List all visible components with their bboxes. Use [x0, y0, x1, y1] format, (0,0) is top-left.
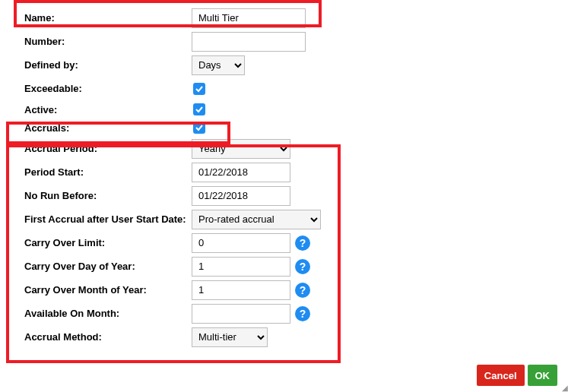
active-checkbox[interactable]: [193, 103, 205, 115]
carry-limit-label: Carry Over Limit:: [9, 237, 192, 248]
ok-button[interactable]: OK: [528, 365, 558, 386]
help-icon[interactable]: ?: [295, 306, 310, 321]
accruals-label: Accruals:: [9, 122, 192, 134]
defined-by-label: Defined by:: [9, 59, 192, 71]
first-accrual-select[interactable]: Pro-rated accrual: [192, 210, 321, 229]
accrual-method-label: Accrual Method:: [9, 331, 192, 343]
exceedable-label: Exceedable:: [9, 83, 192, 94]
active-label: Active:: [9, 104, 192, 115]
avail-month-input[interactable]: [192, 304, 290, 324]
name-input[interactable]: [192, 8, 306, 28]
carry-day-input[interactable]: [192, 257, 290, 277]
carry-limit-input[interactable]: [192, 233, 290, 253]
help-icon[interactable]: ?: [295, 236, 310, 251]
accruals-checkbox[interactable]: [193, 122, 205, 134]
defined-by-select[interactable]: Days: [192, 55, 245, 75]
no-run-before-input[interactable]: [192, 186, 290, 206]
period-start-label: Period Start:: [9, 166, 192, 178]
accrual-period-label: Accrual Period:: [9, 143, 192, 154]
period-start-input[interactable]: [192, 163, 290, 182]
carry-month-input[interactable]: [192, 280, 290, 300]
no-run-before-label: No Run Before:: [9, 190, 192, 201]
avail-month-label: Available On Month:: [9, 308, 192, 319]
number-label: Number:: [9, 36, 192, 47]
accrual-period-select[interactable]: Yearly: [192, 139, 290, 159]
first-accrual-label: First Accrual after User Start Date:: [9, 213, 207, 225]
number-input[interactable]: [192, 32, 306, 52]
accrual-method-select[interactable]: Multi-tier: [192, 327, 268, 347]
resize-grip-icon: ◢: [562, 386, 566, 390]
help-icon[interactable]: ?: [295, 259, 310, 274]
exceedable-checkbox[interactable]: [193, 83, 205, 95]
help-icon[interactable]: ?: [295, 283, 310, 298]
name-label: Name:: [9, 12, 192, 24]
carry-day-label: Carry Over Day of Year:: [9, 261, 192, 272]
cancel-button[interactable]: Cancel: [477, 365, 525, 386]
carry-month-label: Carry Over Month of Year:: [9, 284, 192, 296]
